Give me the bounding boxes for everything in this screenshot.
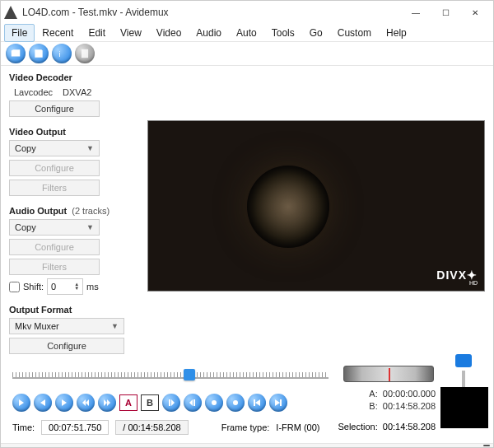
chevron-down-icon: ▼ — [111, 322, 119, 330]
app-icon — [4, 6, 17, 19]
menu-edit[interactable]: Edit — [81, 24, 113, 42]
shift-checkbox[interactable] — [9, 282, 20, 292]
timeline-track — [12, 377, 329, 379]
menu-auto[interactable]: Auto — [229, 24, 264, 42]
video-preview[interactable]: DIVX✦ HD — [147, 120, 485, 292]
menu-tools[interactable]: Tools — [264, 24, 302, 42]
menubar: File Recent Edit View Video Audio Auto T… — [1, 24, 493, 42]
maximize-button[interactable]: ☐ — [431, 1, 460, 24]
chevron-down-icon: ▼ — [86, 223, 94, 231]
shift-spinbox[interactable]: 0 ▲▼ — [47, 278, 83, 295]
menu-file[interactable]: File — [4, 24, 35, 42]
play-button[interactable] — [12, 394, 30, 412]
goto-a-button[interactable] — [162, 394, 180, 412]
svg-rect-1 — [82, 49, 88, 58]
marker-a-label: A: — [337, 389, 378, 399]
codec-value: DXVA2 — [63, 87, 91, 97]
selection-value: 00:14:58.208 — [383, 422, 436, 432]
chevron-down-icon: ▼ — [86, 144, 94, 152]
secondary-monitor — [440, 387, 488, 428]
jog-wheel[interactable] — [343, 366, 434, 382]
time-field[interactable]: 00:07:51.750 — [41, 420, 109, 435]
output-format-value: Mkv Muxer — [15, 321, 59, 331]
bottom-panel: A B A:00:00:00.000 B:00:14:58.208 Select… — [1, 359, 493, 443]
audio-configure-button[interactable]: Configure — [9, 239, 100, 255]
menu-view[interactable]: View — [113, 24, 149, 42]
audio-output-combo[interactable]: Copy ▼ — [9, 219, 100, 236]
menu-video[interactable]: Video — [149, 24, 189, 42]
output-format-combo[interactable]: Mkv Muxer ▼ — [9, 318, 124, 334]
menu-go[interactable]: Go — [302, 24, 330, 42]
timeline[interactable] — [12, 364, 329, 384]
video-configure-button[interactable]: Configure — [9, 160, 100, 176]
menu-recent[interactable]: Recent — [35, 24, 81, 42]
svg-point-3 — [233, 400, 238, 405]
calc-icon[interactable] — [75, 44, 95, 63]
menu-audio[interactable]: Audio — [189, 24, 229, 42]
video-output-title: Video Output — [9, 127, 139, 137]
audio-output-title: Audio Output(2 tracks) — [9, 206, 139, 216]
marker-b-label: B: — [337, 401, 378, 411]
window-title: LO4D.com - Test.mkv - Avidemux — [22, 7, 169, 18]
menu-help[interactable]: Help — [379, 24, 414, 42]
save-icon[interactable] — [29, 44, 49, 63]
time-label: Time: — [12, 422, 35, 432]
marker-b-value: 00:14:58.208 — [383, 401, 436, 411]
video-decoder-title: Video Decoder — [9, 72, 139, 82]
video-filters-button[interactable]: Filters — [9, 180, 100, 196]
divx-watermark: DIVX✦ HD — [436, 268, 478, 286]
goto-b-button[interactable] — [184, 394, 202, 412]
video-output-value: Copy — [15, 143, 36, 153]
audio-tracks-hint: (2 tracks) — [72, 206, 110, 216]
video-output-combo[interactable]: Copy ▼ — [9, 140, 100, 156]
codec-label: Lavcodec — [14, 87, 53, 97]
shift-label: Shift: — [23, 282, 44, 292]
info-icon[interactable]: i — [52, 44, 72, 63]
output-format-title: Output Format — [9, 305, 139, 315]
shift-value: 0 — [51, 282, 56, 292]
toolbar: i — [1, 42, 493, 66]
spin-arrows-icon: ▲▼ — [74, 282, 79, 291]
rewind-button[interactable] — [77, 394, 95, 412]
frametype-label: Frame type: — [221, 422, 270, 432]
next-black-button[interactable] — [226, 394, 245, 412]
svg-text:i: i — [59, 50, 61, 58]
first-frame-button[interactable] — [248, 394, 266, 412]
selection-label: Selection: — [338, 422, 377, 432]
close-button[interactable]: ✕ — [460, 1, 490, 24]
side-panel: Video Decoder Lavcodec DXVA2 Configure V… — [9, 71, 139, 354]
audio-output-value: Copy — [15, 222, 36, 232]
format-configure-button[interactable]: Configure — [9, 338, 124, 354]
titlebar: LO4D.com - Test.mkv - Avidemux — ☐ ✕ — [1, 1, 493, 24]
menu-custom[interactable]: Custom — [330, 24, 379, 42]
speaker-icon[interactable] — [455, 354, 472, 367]
statusbar — [1, 443, 493, 447]
decoder-configure-button[interactable]: Configure — [9, 100, 100, 117]
preview-content — [247, 166, 329, 248]
open-icon[interactable] — [6, 44, 26, 63]
fast-forward-button[interactable] — [98, 394, 116, 412]
audio-filters-button[interactable]: Filters — [9, 259, 100, 275]
frametype-value: I-FRM (00) — [276, 422, 319, 432]
marker-a-value: 00:00:00.000 — [383, 389, 436, 399]
set-marker-a-button[interactable]: A — [119, 394, 137, 411]
duration-value: / 00:14:58.208 — [115, 420, 188, 435]
timeline-thumb[interactable] — [184, 369, 195, 380]
last-frame-button[interactable] — [269, 394, 287, 412]
prev-black-button[interactable] — [205, 394, 223, 412]
minimize-button[interactable]: — — [401, 1, 431, 24]
set-marker-b-button[interactable]: B — [141, 394, 159, 411]
svg-point-2 — [212, 400, 217, 405]
footer-badge — [483, 445, 490, 446]
shift-unit: ms — [86, 282, 99, 292]
ab-markers-panel: A:00:00:00.000 B:00:14:58.208 — [337, 389, 436, 413]
next-keyframe-button[interactable] — [55, 394, 73, 412]
prev-keyframe-button[interactable] — [34, 394, 52, 412]
